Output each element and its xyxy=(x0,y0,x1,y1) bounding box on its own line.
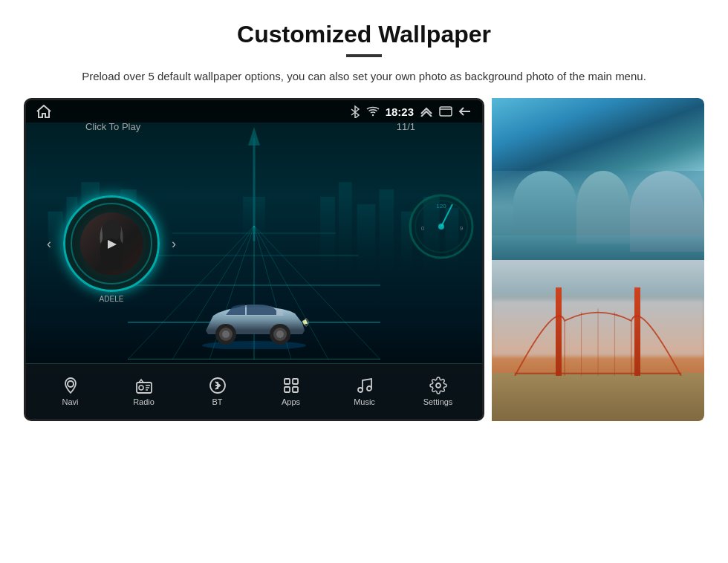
svg-rect-55 xyxy=(293,379,298,384)
svg-point-60 xyxy=(436,383,441,388)
wallpaper-thumb-ice[interactable] xyxy=(492,98,704,260)
svg-point-47 xyxy=(68,381,74,387)
apps-label: Apps xyxy=(282,397,300,406)
album-silhouette xyxy=(93,218,130,270)
back-icon xyxy=(458,106,472,117)
radio-label: Radio xyxy=(133,397,155,406)
svg-rect-14 xyxy=(379,189,394,270)
svg-rect-56 xyxy=(285,387,290,392)
up-arrows-icon xyxy=(420,106,433,117)
status-left xyxy=(36,105,51,118)
artist-label: ADELE xyxy=(100,295,124,303)
nav-item-navi[interactable]: Navi xyxy=(45,377,97,406)
title-divider xyxy=(346,54,382,57)
svg-point-59 xyxy=(367,386,371,391)
music-player: ‹ xyxy=(63,195,160,292)
svg-point-32 xyxy=(202,341,306,349)
nav-item-radio[interactable]: Radio xyxy=(118,377,170,406)
page-subtitle: Preload over 5 default wallpaper options… xyxy=(82,68,646,85)
navi-icon xyxy=(62,377,79,394)
svg-point-35 xyxy=(222,331,230,338)
bt-icon xyxy=(209,377,227,394)
navi-label: Navi xyxy=(62,397,78,406)
svg-rect-54 xyxy=(285,379,290,384)
time-display: 18:23 xyxy=(386,105,414,118)
page-title: Customized Wallpaper xyxy=(237,21,491,48)
svg-text:120: 120 xyxy=(436,203,446,209)
click-to-play-label: Click To Play xyxy=(85,121,140,132)
bluetooth-icon xyxy=(350,105,360,118)
radio-icon xyxy=(135,377,153,394)
nav-item-settings[interactable]: Settings xyxy=(412,377,464,406)
svg-marker-9 xyxy=(248,127,260,146)
window-icon xyxy=(439,106,452,117)
nav-item-music[interactable]: Music xyxy=(339,377,391,406)
apps-icon xyxy=(282,377,300,394)
wallpaper-thumbnails-panel xyxy=(492,98,704,421)
nav-item-apps[interactable]: Apps xyxy=(265,377,317,406)
status-right: 18:23 xyxy=(350,105,472,118)
car-screen: 18:23 xyxy=(24,98,484,421)
svg-text:0: 0 xyxy=(421,225,425,232)
home-icon xyxy=(36,105,51,118)
music-label: Music xyxy=(354,397,375,406)
svg-point-0 xyxy=(371,114,373,116)
svg-text:9: 9 xyxy=(460,225,464,232)
next-track-button[interactable]: › xyxy=(172,236,176,252)
svg-point-38 xyxy=(276,331,284,338)
prev-track-button[interactable]: ‹ xyxy=(47,236,51,252)
svg-rect-1 xyxy=(440,107,452,116)
wifi-icon xyxy=(366,106,380,117)
svg-rect-57 xyxy=(293,387,298,392)
speed-gauge: 120 9 0 xyxy=(408,182,475,274)
svg-point-49 xyxy=(139,385,143,390)
main-content: 18:23 xyxy=(0,98,728,421)
svg-point-46 xyxy=(438,224,444,230)
settings-icon xyxy=(429,377,447,394)
status-bar: 18:23 xyxy=(26,100,482,123)
music-icon xyxy=(356,377,374,394)
nav-item-bt[interactable]: BT xyxy=(192,377,244,406)
car-image xyxy=(195,297,313,352)
settings-label: Settings xyxy=(423,397,453,406)
bottom-navigation: Navi Radio xyxy=(26,363,482,419)
date-display: 11/1 xyxy=(397,121,415,132)
svg-point-58 xyxy=(358,388,363,392)
bt-label: BT xyxy=(212,397,222,406)
display-area: 18:23 xyxy=(26,100,482,419)
wallpaper-thumb-bridge[interactable] xyxy=(492,260,704,422)
